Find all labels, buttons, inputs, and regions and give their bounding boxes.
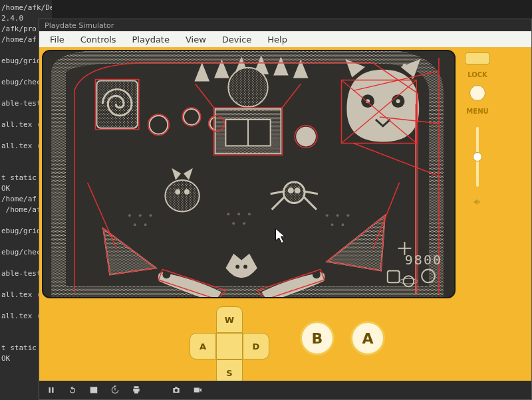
- svg-point-27: [289, 189, 293, 193]
- svg-point-26: [283, 182, 305, 203]
- simulator-window: Playdate Simulator File Controls Playdat…: [39, 19, 532, 400]
- menu-help[interactable]: Help: [261, 33, 294, 46]
- window-title: Playdate Simulator: [45, 21, 114, 30]
- titlebar[interactable]: Playdate Simulator: [39, 19, 531, 31]
- record-icon[interactable]: [192, 385, 203, 395]
- lock-button[interactable]: [465, 52, 490, 64]
- svg-point-36: [134, 223, 136, 226]
- pinball-playfield-svg: [43, 51, 454, 297]
- timer-icon[interactable]: [110, 385, 120, 395]
- menu-view[interactable]: View: [179, 33, 213, 46]
- svg-point-39: [237, 213, 240, 215]
- svg-point-34: [139, 214, 142, 217]
- game-screen[interactable]: 9800: [42, 50, 456, 298]
- svg-point-25: [184, 189, 190, 195]
- svg-point-37: [144, 223, 147, 226]
- menu-playdate[interactable]: Playdate: [126, 33, 176, 46]
- menu-button[interactable]: [469, 85, 485, 101]
- dpad-right[interactable]: D: [243, 333, 269, 359]
- svg-point-28: [295, 189, 299, 193]
- svg-point-52: [296, 127, 316, 147]
- svg-point-51: [243, 265, 247, 269]
- b-button[interactable]: B: [300, 321, 334, 355]
- dpad-up[interactable]: W: [216, 306, 243, 333]
- dpad-center: [216, 333, 243, 359]
- svg-point-50: [235, 265, 239, 269]
- side-panel: LOCK MENU: [460, 50, 495, 301]
- svg-point-19: [396, 99, 400, 103]
- menu-label: MENU: [466, 108, 488, 115]
- svg-point-38: [227, 213, 229, 215]
- dpad: W A D S: [190, 306, 269, 386]
- menu-device[interactable]: Device: [215, 33, 258, 46]
- svg-point-35: [150, 214, 152, 217]
- console-icon[interactable]: [88, 385, 99, 395]
- svg-point-46: [331, 223, 334, 226]
- svg-point-33: [128, 214, 131, 217]
- svg-point-40: [248, 213, 251, 215]
- svg-point-42: [243, 222, 245, 225]
- pause-icon[interactable]: [46, 385, 57, 395]
- reload-icon[interactable]: [67, 385, 78, 395]
- svg-point-24: [175, 189, 180, 195]
- bottom-toolbar: [39, 381, 531, 399]
- svg-point-23: [165, 180, 199, 211]
- simulator-body: 9800 LOCK MENU W A D: [39, 47, 531, 399]
- volume-slider[interactable]: [476, 127, 479, 187]
- a-button[interactable]: A: [350, 321, 385, 355]
- menu-controls[interactable]: Controls: [74, 33, 123, 46]
- svg-point-44: [336, 214, 339, 217]
- svg-point-41: [232, 222, 235, 225]
- svg-point-45: [346, 214, 349, 217]
- svg-point-47: [341, 223, 344, 226]
- mute-icon[interactable]: [473, 197, 482, 209]
- dpad-left[interactable]: A: [190, 333, 216, 359]
- menubar: File Controls Playdate View Device Help: [39, 31, 531, 47]
- print-icon[interactable]: [131, 385, 142, 395]
- score-display: 9800: [405, 252, 442, 268]
- lock-label: LOCK: [467, 71, 487, 78]
- volume-thumb[interactable]: [473, 152, 482, 161]
- svg-point-43: [326, 214, 329, 217]
- menu-file[interactable]: File: [43, 33, 71, 46]
- camera-icon[interactable]: [171, 385, 182, 395]
- svg-point-8: [228, 68, 267, 107]
